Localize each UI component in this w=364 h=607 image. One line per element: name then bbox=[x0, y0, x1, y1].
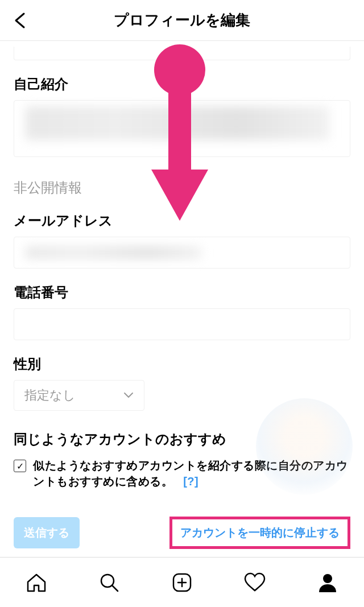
chevron-left-icon bbox=[14, 12, 26, 29]
submit-button[interactable]: 送信する bbox=[14, 517, 80, 548]
heart-icon bbox=[243, 572, 266, 593]
suggestions-checkbox-row: ✓ 似たようなおすすめアカウントを紹介する際に自分のアカウントもおすすめに含める… bbox=[14, 457, 350, 489]
deactivate-highlight: アカウントを一時的に停止する bbox=[169, 517, 350, 549]
nav-search[interactable] bbox=[97, 570, 122, 595]
blurred-content bbox=[26, 106, 329, 140]
gender-select-value: 指定なし bbox=[24, 387, 76, 404]
chevron-down-icon bbox=[123, 392, 134, 399]
gender-label: 性別 bbox=[14, 355, 350, 373]
search-icon bbox=[98, 572, 120, 593]
svg-line-4 bbox=[112, 585, 118, 591]
bio-label: 自己紹介 bbox=[14, 75, 350, 93]
email-label: メールアドレス bbox=[14, 212, 350, 230]
partial-field-above[interactable] bbox=[14, 47, 350, 60]
back-button[interactable] bbox=[11, 12, 28, 29]
bottom-nav bbox=[0, 557, 364, 607]
phone-input[interactable] bbox=[14, 308, 350, 340]
svg-point-8 bbox=[323, 574, 332, 583]
deactivate-account-link[interactable]: アカウントを一時的に停止する bbox=[180, 526, 340, 539]
page-title: プロフィールを編集 bbox=[114, 10, 250, 30]
email-input[interactable] bbox=[14, 237, 350, 269]
nav-add[interactable] bbox=[169, 570, 195, 595]
suggestions-label: 同じようなアカウントのおすすめ bbox=[14, 430, 350, 448]
content-scroll[interactable]: 自己紹介 非公開情報 メールアドレス 電話番号 性別 指定なし 同じようなアカウ… bbox=[0, 41, 364, 557]
nav-home[interactable] bbox=[24, 570, 49, 595]
blurred-content bbox=[26, 246, 201, 259]
private-info-section-header: 非公開情報 bbox=[14, 179, 350, 197]
phone-label: 電話番号 bbox=[14, 283, 350, 302]
help-link[interactable]: [?] bbox=[183, 475, 198, 488]
check-icon: ✓ bbox=[16, 461, 24, 472]
suggestions-checkbox-text: 似たようなおすすめアカウントを紹介する際に自分のアカウントもおすすめに含める。 … bbox=[33, 457, 350, 489]
nav-activity[interactable] bbox=[242, 570, 267, 595]
bio-textarea[interactable] bbox=[14, 100, 350, 157]
home-icon bbox=[26, 572, 47, 593]
nav-profile[interactable] bbox=[315, 570, 340, 595]
gender-select[interactable]: 指定なし bbox=[14, 380, 144, 411]
action-row: 送信する アカウントを一時的に停止する bbox=[14, 517, 350, 557]
header-bar: プロフィールを編集 bbox=[0, 0, 364, 41]
suggestions-checkbox[interactable]: ✓ bbox=[14, 460, 26, 472]
plus-square-icon bbox=[171, 572, 193, 593]
profile-icon bbox=[317, 572, 338, 593]
